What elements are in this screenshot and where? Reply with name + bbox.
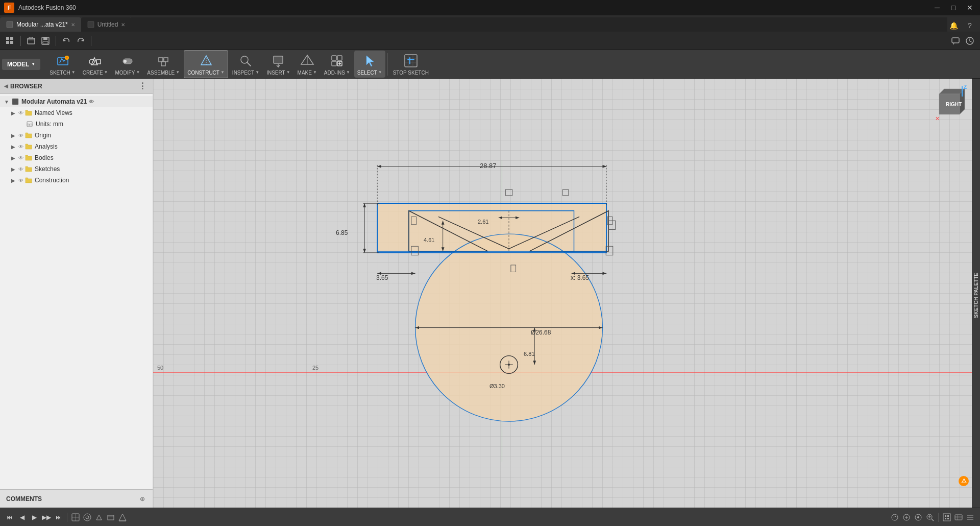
toolbar-insert-group[interactable]: INSERT ▼ <box>263 51 293 78</box>
expand-icon-bodies[interactable]: ▶ <box>11 155 18 161</box>
tree-item-named-views[interactable]: ▶ 👁 Named Views <box>0 107 153 118</box>
eye-icon-origin[interactable]: 👁 <box>18 133 23 138</box>
comments-label: COMMENTS <box>6 495 135 503</box>
tab-modular[interactable]: Modular ...ata v21* ✕ <box>0 17 81 32</box>
svg-rect-6 <box>6 41 9 44</box>
eye-icon-construction[interactable]: 👁 <box>18 178 23 183</box>
expand-icon-construction[interactable]: ▶ <box>11 178 18 183</box>
view-cube[interactable]: RIGHT Z ✕ <box>929 84 970 125</box>
comments-expand-btn[interactable]: ⊕ <box>138 495 146 503</box>
warning-icon[interactable]: ⚠ <box>959 476 969 486</box>
bt-tool-5[interactable] <box>117 512 128 523</box>
undo-icon[interactable] <box>60 35 72 47</box>
toolbar-stop-sketch[interactable]: STOP SKETCH <box>390 51 432 78</box>
assemble-icon <box>155 53 172 69</box>
maximize-button[interactable]: □ <box>947 2 960 14</box>
tree-item-units[interactable]: ▶ mm Units: mm <box>0 118 153 130</box>
bt-center-1[interactable] <box>889 512 900 523</box>
browser-collapse-arrow[interactable]: ◀ <box>4 83 8 89</box>
notifications-icon[interactable]: 🔔 <box>947 19 960 32</box>
eye-icon-bodies[interactable]: 👁 <box>18 155 23 161</box>
play-start-btn[interactable]: ⏮ <box>4 512 15 523</box>
toolbar-modify-group[interactable]: MODIFY ▼ <box>112 51 143 78</box>
dim-681: 6.81 <box>524 351 534 357</box>
toolbar-assemble-group[interactable]: ASSEMBLE ▼ <box>144 51 183 78</box>
expand-icon-named-views[interactable]: ▶ <box>11 110 18 116</box>
open-file-icon[interactable] <box>25 35 37 47</box>
tree-item-origin[interactable]: ▶ 👁 Origin <box>0 130 153 141</box>
toolbar-addins-group[interactable]: ADD-INS ▼ <box>321 51 353 78</box>
canvas-area[interactable]: 28.87 6.85 3.65 x: 3.65 Ø26.68 2.61 4.61… <box>153 79 980 508</box>
grid-menu-icon[interactable] <box>4 35 16 47</box>
toolbar-create-group[interactable]: CREATE ▼ <box>80 51 111 78</box>
bt-tool-3[interactable] <box>93 512 105 523</box>
svg-point-97 <box>892 514 898 520</box>
expand-icon-root[interactable]: ▼ <box>4 99 11 105</box>
clock-icon[interactable] <box>964 35 976 47</box>
sketch-drawing <box>153 79 980 508</box>
svg-rect-3 <box>88 21 94 28</box>
eye-icon-analysis[interactable]: 👁 <box>18 144 23 150</box>
toolbar-inspect-group[interactable]: INSPECT ▼ <box>229 51 262 78</box>
comments-bar[interactable]: COMMENTS ⊕ <box>0 489 153 508</box>
toolbar-select-group[interactable]: SELECT ▼ <box>354 51 385 78</box>
eye-icon-sketches[interactable]: 👁 <box>18 166 23 172</box>
browser-options-icon[interactable]: ⋮ <box>136 80 149 92</box>
tree-item-construction[interactable]: ▶ 👁 Construction <box>0 175 153 186</box>
svg-rect-42 <box>405 55 417 67</box>
folder-icon-bodies <box>24 154 33 162</box>
svg-rect-5 <box>10 37 13 40</box>
tree-item-bodies[interactable]: ▶ 👁 Bodies <box>0 152 153 163</box>
chat-icon[interactable] <box>949 35 962 47</box>
close-button[interactable]: ✕ <box>964 2 976 14</box>
play-prev-btn[interactable]: ◀ <box>16 512 28 523</box>
bt-tool-4[interactable] <box>105 512 116 523</box>
tab-close-untitled[interactable]: ✕ <box>121 22 125 28</box>
bt-center-2[interactable] <box>901 512 912 523</box>
tab-untitled[interactable]: Untitled ✕ <box>81 17 132 32</box>
minimize-button[interactable]: ─ <box>931 2 943 14</box>
model-dropdown[interactable]: MODEL ▼ <box>2 59 40 70</box>
svg-rect-36 <box>332 56 336 60</box>
expand-icon-analysis[interactable]: ▶ <box>11 144 18 150</box>
expand-icon-origin[interactable]: ▶ <box>11 133 18 138</box>
svg-rect-37 <box>337 56 342 60</box>
bt-zoom-icon[interactable] <box>924 512 936 523</box>
svg-text:RIGHT: RIGHT <box>946 102 962 107</box>
svg-point-93 <box>86 516 89 519</box>
tab-bar: Modular ...ata v21* ✕ Untitled ✕ 🔔 ? <box>0 15 980 32</box>
sketch-palette-label[interactable]: SKETCH PALETTE <box>972 271 980 320</box>
svg-rect-38 <box>332 61 336 66</box>
folder-icon-named-views <box>24 109 33 117</box>
sketch-palette-panel[interactable]: SKETCH PALETTE <box>972 79 980 508</box>
save-icon[interactable] <box>39 35 52 47</box>
help-icon[interactable]: ? <box>964 19 976 32</box>
dim-461: 4.61 <box>424 237 434 243</box>
tree-item-analysis[interactable]: ▶ 👁 Analysis <box>0 141 153 152</box>
toolbar-make-group[interactable]: MAKE ▼ <box>295 51 320 78</box>
bt-right-2[interactable] <box>953 512 964 523</box>
eye-icon-named-views[interactable]: 👁 <box>18 110 23 116</box>
play-btn[interactable]: ▶ <box>29 512 40 523</box>
dim-width-top: 28.87 <box>480 162 497 170</box>
tree-item-sketches[interactable]: ▶ 👁 Sketches <box>0 163 153 175</box>
redo-icon[interactable] <box>75 35 87 47</box>
toolbar-construct-group[interactable]: CONSTRUCT ▼ <box>184 50 228 78</box>
window-controls[interactable]: ─ □ ✕ <box>931 2 976 14</box>
play-end-btn[interactable]: ⏭ <box>53 512 64 523</box>
svg-point-21 <box>124 60 127 63</box>
bt-center-3[interactable] <box>913 512 924 523</box>
toolbar-sep-final <box>387 53 388 76</box>
bt-tool-1[interactable] <box>70 512 81 523</box>
play-next-btn[interactable]: ▶▶ <box>41 512 52 523</box>
sketch-icon <box>55 53 71 69</box>
toolbar-sketch-group[interactable]: SKETCH ▼ <box>46 51 78 78</box>
bt-tool-2[interactable] <box>82 512 93 523</box>
bt-right-1[interactable] <box>941 512 952 523</box>
tab-icon-untitled <box>87 21 94 28</box>
tree-item-root[interactable]: ▼ Modular Automata v21 👁 <box>0 96 153 107</box>
visibility-eye-root[interactable]: 👁 <box>89 99 94 105</box>
tab-close-modular[interactable]: ✕ <box>71 22 75 28</box>
expand-icon-sketches[interactable]: ▶ <box>11 166 18 172</box>
bt-right-3[interactable] <box>965 512 976 523</box>
